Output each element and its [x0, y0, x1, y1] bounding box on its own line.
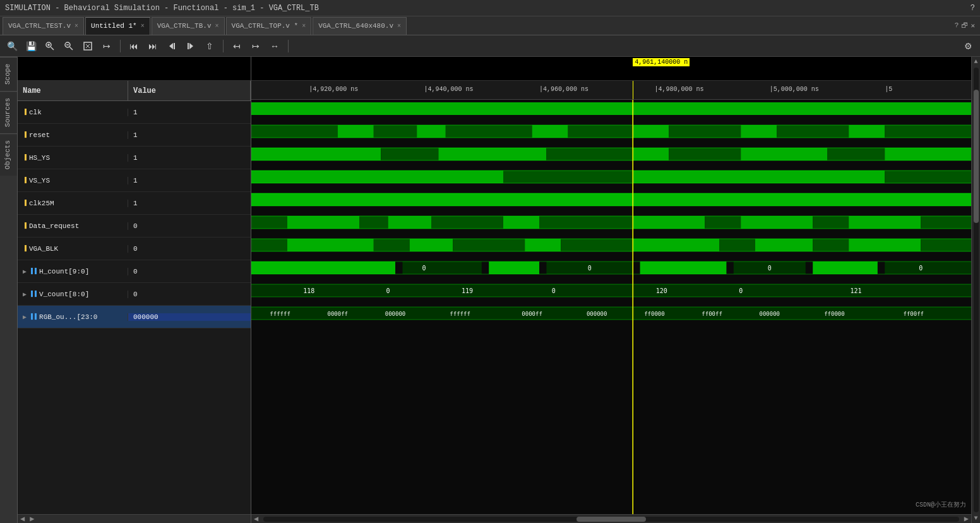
- waveforms-container[interactable]: 0 0 0 0: [251, 100, 971, 514]
- signal-row-clk[interactable]: ▐ clk 1: [18, 101, 251, 124]
- zoom-out-button[interactable]: [61, 38, 77, 54]
- svg-rect-16: [338, 125, 374, 138]
- tab-untitled1[interactable]: Untitled 1* ×: [85, 17, 150, 35]
- svg-rect-22: [633, 125, 669, 138]
- close-tab-3[interactable]: ×: [215, 23, 219, 30]
- expand-rgb-out[interactable]: ▶: [23, 313, 27, 321]
- save-button[interactable]: 💾: [23, 38, 39, 54]
- search-button[interactable]: 🔍: [4, 38, 20, 54]
- svg-rect-24: [741, 125, 777, 138]
- signal-row-data-request[interactable]: ▐ Data_request 0: [18, 215, 251, 237]
- cursor-line-ruler: [633, 81, 633, 99]
- zoom-in-button[interactable]: [42, 38, 58, 54]
- wave-data-request: [251, 216, 971, 229]
- fit-button[interactable]: [80, 38, 96, 54]
- time-ruler[interactable]: |4,920,000 ns |4,940,000 ns |4,960,000 n…: [251, 81, 971, 100]
- tab-vga-ctrl-test[interactable]: VGA_CTRL_TEST.v ×: [3, 17, 84, 35]
- scroll-down-btn[interactable]: ▼: [972, 514, 979, 523]
- settings-button[interactable]: ⚙: [960, 38, 976, 54]
- signal-name-hs-ys: HS_YS: [29, 154, 50, 162]
- close-tab-5[interactable]: ×: [397, 23, 401, 30]
- svg-rect-23: [669, 125, 741, 138]
- scroll-left-btn[interactable]: ◀: [251, 514, 261, 523]
- svg-rect-37: [827, 148, 885, 160]
- signal-icon-vs-ys: ▐: [23, 177, 27, 184]
- app-title: SIMULATION - Behavioral Simulation - Fun…: [5, 4, 319, 13]
- marker-diff-button[interactable]: ↔: [266, 38, 283, 54]
- signal-row-reset[interactable]: ▐ reset 1: [18, 124, 251, 147]
- scope-tab[interactable]: Scope: [0, 57, 17, 91]
- svg-line-5: [70, 47, 73, 50]
- svg-rect-59: [741, 216, 813, 229]
- tab-vga-ctrl-640[interactable]: VGA_CTRL_640x480.v ×: [313, 17, 407, 35]
- scroll-right-arrow[interactable]: ▶: [27, 514, 37, 523]
- close-tab-1[interactable]: ×: [75, 23, 78, 30]
- svg-rect-73: [719, 239, 755, 251]
- signal-name-clk25m: clk25M: [29, 200, 54, 207]
- go-start-button[interactable]: ⏮: [126, 38, 142, 54]
- h-scrollbar[interactable]: ◀ ▶: [251, 514, 971, 523]
- v-scrollbar-track[interactable]: [974, 68, 979, 512]
- tab-actions: ? 🗗 ✕: [955, 21, 980, 30]
- signal-name-rgb-out: RGB_ou...[23:0: [39, 313, 97, 321]
- svg-rect-33: [546, 148, 633, 160]
- expand-v-count[interactable]: ▶: [23, 291, 27, 298]
- signal-row-hs-ys[interactable]: ▐ HS_YS 1: [18, 147, 251, 169]
- signal-row-v-count[interactable]: ▶ ▐▐ V_count[8:0] 0: [18, 283, 251, 306]
- svg-rect-25: [777, 125, 849, 138]
- go-end-button[interactable]: ⏭: [145, 38, 161, 54]
- signal-row-rgb-out[interactable]: ▶ ▐▐ RGB_ou...[23:0 000000: [18, 306, 251, 328]
- tab-restore[interactable]: 🗗: [961, 21, 968, 30]
- svg-rect-67: [374, 239, 410, 251]
- prev-transition-button[interactable]: [164, 38, 180, 54]
- name-column-header: Name: [18, 81, 128, 100]
- waveform-area[interactable]: 4,961,140000 n |4,920,000 ns |4,940,000 …: [251, 57, 971, 523]
- signal-icon-rgb-out: ▐▐: [29, 313, 37, 320]
- prev-marker-button[interactable]: ↤: [229, 38, 245, 54]
- next-transition-button[interactable]: [182, 38, 199, 54]
- v-scrollbar[interactable]: ▲ ▼: [971, 57, 980, 523]
- marker-button[interactable]: ⇧: [201, 38, 218, 54]
- svg-rect-32: [438, 148, 546, 160]
- time-label-2: |4,940,000 ns: [424, 86, 474, 93]
- expand-h-count[interactable]: ▶: [23, 268, 27, 275]
- signal-icon-vga-blk: ▐: [23, 245, 27, 252]
- svg-text:ff00ff: ff00ff: [904, 311, 924, 317]
- svg-text:0: 0: [552, 287, 556, 294]
- next-marker-button[interactable]: ↦: [248, 38, 264, 54]
- signal-row-clk25m[interactable]: ▐ clk25M 1: [18, 192, 251, 215]
- tab-close[interactable]: ✕: [971, 21, 975, 30]
- signal-name-v-count: V_count[8:0]: [39, 291, 89, 298]
- signal-icon-clk: ▐: [23, 109, 27, 116]
- signal-row-vga-blk[interactable]: ▐ VGA_BLK 0: [18, 237, 251, 260]
- wave-v-count: 118 0 119 0 120 0: [251, 284, 971, 297]
- signal-value-reset: 1: [128, 131, 251, 139]
- scrollbar-track[interactable]: [263, 517, 959, 522]
- v-scrollbar-thumb[interactable]: [974, 90, 979, 223]
- scrollbar-thumb[interactable]: [577, 517, 646, 522]
- help-icon[interactable]: ?: [971, 4, 975, 13]
- signal-row-vs-ys[interactable]: ▐ VS_YS 1: [18, 169, 251, 192]
- signal-value-rgb-out: 000000: [128, 313, 251, 321]
- signal-icon-hs-ys: ▐: [23, 154, 27, 161]
- signal-bottom-bar: ◀ ▶: [18, 514, 251, 523]
- scroll-up-btn[interactable]: ▲: [972, 57, 979, 66]
- sources-tab[interactable]: Sources: [0, 91, 17, 133]
- svg-rect-90: [640, 262, 727, 274]
- svg-text:0: 0: [768, 265, 772, 272]
- objects-tab[interactable]: Objects: [0, 133, 17, 176]
- close-tab-4[interactable]: ×: [302, 23, 306, 30]
- tab-help[interactable]: ?: [955, 21, 959, 30]
- close-tab-2[interactable]: ×: [141, 23, 145, 30]
- svg-rect-80: [251, 262, 395, 274]
- tab-vga-ctrl-top[interactable]: VGA_CTRL_TOP.v * ×: [226, 17, 312, 35]
- tab-vga-ctrl-tb[interactable]: VGA_CTRL_TB.v ×: [152, 17, 225, 35]
- signal-row-h-count[interactable]: ▶ ▐▐ H_count[9:0] 0: [18, 260, 251, 283]
- signal-icon-v-count: ▐▐: [29, 291, 37, 298]
- svg-marker-10: [169, 43, 173, 49]
- scroll-right-btn[interactable]: ▶: [962, 514, 971, 523]
- svg-rect-13: [188, 43, 189, 49]
- cursor-button[interactable]: ↦: [99, 38, 115, 54]
- value-column-header: Value: [128, 81, 251, 100]
- scroll-left-arrow[interactable]: ◀: [18, 514, 27, 523]
